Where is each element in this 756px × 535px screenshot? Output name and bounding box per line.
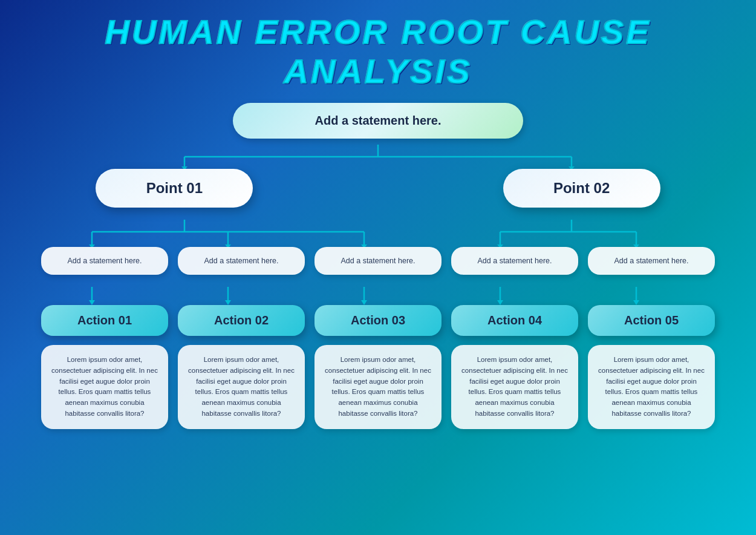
actions-row: Action 01 Action 02 Action 03 Action 04 … <box>24 305 732 336</box>
action-05-box: Action 05 <box>588 305 715 336</box>
svg-marker-23 <box>225 300 231 305</box>
top-connectors <box>24 145 732 169</box>
action-04-box: Action 04 <box>451 305 578 336</box>
action-02-box: Action 02 <box>178 305 305 336</box>
descriptions-row: Lorem ipsum odor amet, consectetuer adip… <box>24 345 732 429</box>
action-03-label: Action 03 <box>351 313 405 327</box>
svg-marker-25 <box>361 300 367 305</box>
action-04-label: Action 04 <box>487 313 542 327</box>
desc-04: Lorem ipsum odor amet, consectetuer adip… <box>451 345 578 429</box>
svg-marker-29 <box>633 300 639 305</box>
mid-connectors <box>24 220 732 247</box>
action-02-label: Action 02 <box>214 313 269 327</box>
page-wrapper: HUMAN ERROR ROOT CAUSE ANALYSIS Add a st… <box>0 0 756 535</box>
point-01-label: Point 01 <box>146 180 203 196</box>
sub-statement-04: Add a statement here. <box>451 247 578 275</box>
points-row: Point 01 Point 02 <box>24 169 732 208</box>
desc-02: Lorem ipsum odor amet, consectetuer adip… <box>178 345 305 429</box>
sub-statement-02: Add a statement here. <box>178 247 305 275</box>
action-01-box: Action 01 <box>41 305 168 336</box>
sub-statement-03: Add a statement here. <box>314 247 442 275</box>
sub-to-action-connectors <box>24 287 732 305</box>
desc-03: Lorem ipsum odor amet, consectetuer adip… <box>314 345 442 429</box>
svg-marker-27 <box>497 300 503 305</box>
point-01-box: Point 01 <box>96 169 253 208</box>
top-statement-box: Add a statement here. <box>233 103 523 139</box>
action-03-box: Action 03 <box>314 305 442 336</box>
desc-05: Lorem ipsum odor amet, consectetuer adip… <box>588 345 715 429</box>
action-05-label: Action 05 <box>624 313 679 327</box>
sub-statements-row: Add a statement here. Add a statement he… <box>24 247 732 275</box>
page-title: HUMAN ERROR ROOT CAUSE ANALYSIS <box>24 12 732 91</box>
sub-statement-05: Add a statement here. <box>588 247 715 275</box>
desc-01: Lorem ipsum odor amet, consectetuer adip… <box>41 345 168 429</box>
point-02-label: Point 02 <box>553 180 610 196</box>
svg-marker-21 <box>89 300 95 305</box>
sub-statement-01: Add a statement here. <box>41 247 168 275</box>
action-01-label: Action 01 <box>77 313 132 327</box>
point-02-box: Point 02 <box>503 169 660 208</box>
top-statement-text: Add a statement here. <box>315 114 442 127</box>
